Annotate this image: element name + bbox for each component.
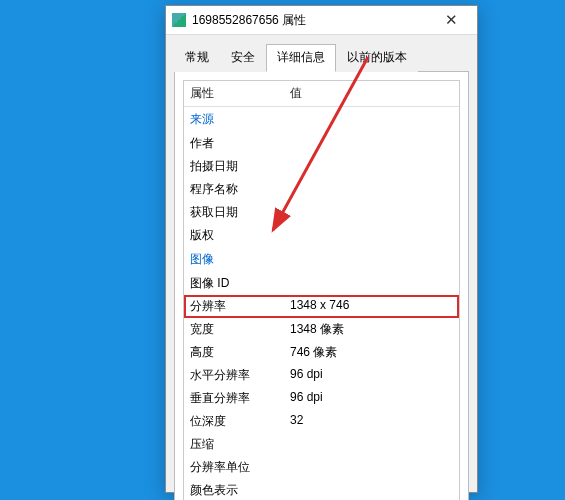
property-key: 图像 ID — [184, 274, 284, 293]
property-row[interactable]: 水平分辨率96 dpi — [184, 364, 459, 387]
properties-list[interactable]: 属性 值 来源作者拍摄日期程序名称获取日期版权图像图像 ID分辨率1348 x … — [183, 80, 460, 500]
property-key: 垂直分辨率 — [184, 389, 284, 408]
tab-security[interactable]: 安全 — [220, 44, 266, 72]
property-row[interactable]: 图像 ID — [184, 272, 459, 295]
property-row[interactable]: 颜色表示 — [184, 479, 459, 500]
details-panel: 属性 值 来源作者拍摄日期程序名称获取日期版权图像图像 ID分辨率1348 x … — [174, 71, 469, 500]
property-value — [284, 203, 459, 222]
close-button[interactable]: ✕ — [431, 6, 471, 34]
properties-header: 属性 值 — [184, 81, 459, 107]
section-图像: 图像 — [184, 247, 459, 272]
property-row[interactable]: 宽度1348 像素 — [184, 318, 459, 341]
property-value — [284, 481, 459, 500]
property-value — [284, 157, 459, 176]
tab-details[interactable]: 详细信息 — [266, 44, 336, 72]
property-row[interactable]: 分辨率单位 — [184, 456, 459, 479]
property-key: 水平分辨率 — [184, 366, 284, 385]
property-row[interactable]: 压缩 — [184, 433, 459, 456]
property-value — [284, 458, 459, 477]
property-value: 32 — [284, 412, 459, 431]
property-row[interactable]: 获取日期 — [184, 201, 459, 224]
property-value: 96 dpi — [284, 366, 459, 385]
property-key: 位深度 — [184, 412, 284, 431]
properties-body[interactable]: 来源作者拍摄日期程序名称获取日期版权图像图像 ID分辨率1348 x 746宽度… — [184, 107, 459, 500]
window-title: 1698552867656 属性 — [192, 12, 431, 29]
property-key: 颜色表示 — [184, 481, 284, 500]
property-value — [284, 274, 459, 293]
property-key: 获取日期 — [184, 203, 284, 222]
property-row[interactable]: 分辨率1348 x 746 — [184, 295, 459, 318]
property-key: 作者 — [184, 134, 284, 153]
property-value: 746 像素 — [284, 343, 459, 362]
header-value: 值 — [284, 81, 459, 106]
property-value — [284, 180, 459, 199]
titlebar[interactable]: 1698552867656 属性 ✕ — [166, 6, 477, 35]
section-来源: 来源 — [184, 107, 459, 132]
properties-dialog: 1698552867656 属性 ✕ 常规 安全 详细信息 以前的版本 属性 值… — [165, 5, 478, 493]
property-value — [284, 226, 459, 245]
property-key: 压缩 — [184, 435, 284, 454]
property-row[interactable]: 作者 — [184, 132, 459, 155]
tab-strip: 常规 安全 详细信息 以前的版本 — [166, 35, 477, 71]
property-row[interactable]: 程序名称 — [184, 178, 459, 201]
property-value: 1348 像素 — [284, 320, 459, 339]
property-key: 程序名称 — [184, 180, 284, 199]
property-value — [284, 435, 459, 454]
property-key: 拍摄日期 — [184, 157, 284, 176]
header-property: 属性 — [184, 81, 284, 106]
property-row[interactable]: 垂直分辨率96 dpi — [184, 387, 459, 410]
property-row[interactable]: 版权 — [184, 224, 459, 247]
property-row[interactable]: 高度746 像素 — [184, 341, 459, 364]
close-icon: ✕ — [445, 11, 458, 29]
tab-general[interactable]: 常规 — [174, 44, 220, 72]
property-key: 高度 — [184, 343, 284, 362]
property-key: 分辨率 — [184, 297, 284, 316]
property-key: 分辨率单位 — [184, 458, 284, 477]
property-key: 宽度 — [184, 320, 284, 339]
file-icon — [172, 13, 186, 27]
property-row[interactable]: 拍摄日期 — [184, 155, 459, 178]
tab-previous-versions[interactable]: 以前的版本 — [336, 44, 418, 72]
property-value: 1348 x 746 — [284, 297, 459, 316]
property-value — [284, 134, 459, 153]
property-row[interactable]: 位深度32 — [184, 410, 459, 433]
property-key: 版权 — [184, 226, 284, 245]
property-value: 96 dpi — [284, 389, 459, 408]
